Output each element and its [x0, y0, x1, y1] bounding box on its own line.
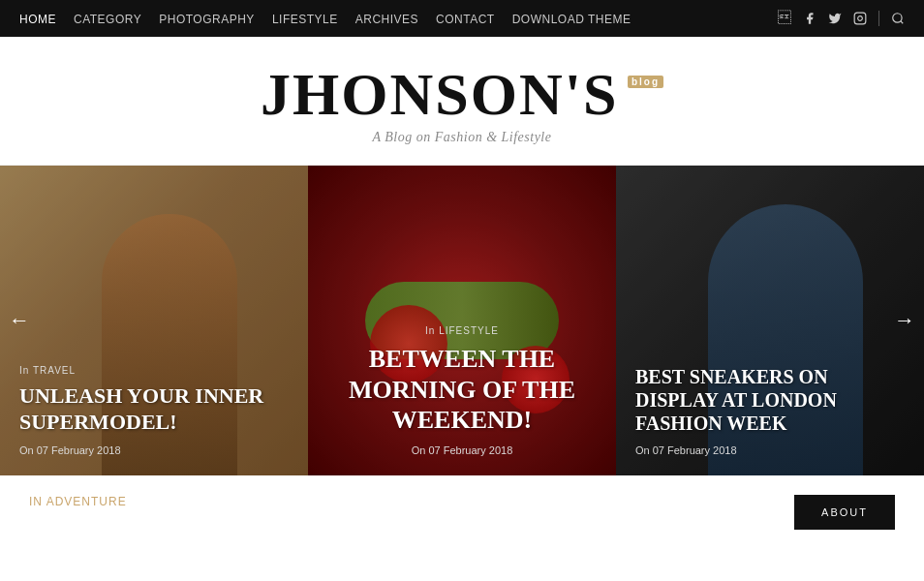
nav-archives[interactable]: ARCHIVES: [355, 13, 418, 26]
svg-rect-0: [854, 13, 866, 24]
slide-1-title: UNLEASH YOUR INNER SUPERMODEL!: [19, 383, 289, 435]
blog-badge: blog: [628, 76, 663, 88]
nav-divider: [878, 11, 879, 26]
nav-category[interactable]: CATEGORY: [74, 13, 141, 26]
instagram-icon[interactable]: [853, 12, 867, 25]
slide-3[interactable]: BEST SNEAKERS ON DISPLAY AT LONDON FASHI…: [616, 166, 924, 475]
slide-1-date: On 07 February 2018: [19, 444, 289, 456]
slide-2-title: BETWEEN THE MORNING OF THE WEEKEND!: [327, 344, 597, 435]
site-header: JHONSON'S blog A Blog on Fashion & Lifes…: [0, 37, 924, 166]
main-nav: HOME CATEGORY PHOTOGRAPHY LIFESTYLE ARCH…: [0, 0, 924, 37]
bottom-section: In ADVENTURE ABOUT: [0, 475, 924, 549]
title-text: JHONSON'S blog: [261, 61, 663, 127]
slide-2-content: In LIFESTYLE BETWEEN THE MORNING OF THE …: [327, 325, 597, 456]
nav-download-theme[interactable]: DOWNLOAD THEME: [512, 13, 631, 26]
nav-contact[interactable]: CONTACT: [436, 13, 495, 26]
featured-slider: ← In TRAVEL UNLEASH YOUR INNER SUPERMODE…: [0, 166, 924, 475]
search-icon[interactable]: [891, 12, 905, 25]
facebook-icon[interactable]: [803, 12, 816, 25]
about-button[interactable]: ABOUT: [794, 495, 895, 530]
facebook-icon[interactable]: : [778, 11, 791, 26]
slide-3-content: BEST SNEAKERS ON DISPLAY AT LONDON FASHI…: [635, 365, 905, 456]
slide-3-title: BEST SNEAKERS ON DISPLAY AT LONDON FASHI…: [635, 365, 905, 435]
next-arrow[interactable]: →: [889, 303, 920, 338]
slide-2-category: In LIFESTYLE: [327, 325, 597, 336]
slide-2[interactable]: In LIFESTYLE BETWEEN THE MORNING OF THE …: [308, 166, 616, 475]
nav-links: HOME CATEGORY PHOTOGRAPHY LIFESTYLE ARCH…: [19, 10, 631, 27]
nav-photography[interactable]: PHOTOGRAPHY: [159, 13, 255, 26]
nav-home[interactable]: HOME: [19, 13, 56, 26]
prev-arrow[interactable]: ←: [4, 303, 35, 338]
svg-line-3: [901, 21, 904, 24]
svg-point-2: [893, 14, 902, 22]
site-title: JHONSON'S blog: [261, 64, 663, 124]
bottom-category: In ADVENTURE: [29, 495, 127, 508]
slide-1-category: In TRAVEL: [19, 365, 289, 376]
nav-right: : [778, 11, 905, 26]
twitter-icon[interactable]: [828, 12, 842, 25]
slide-1-content: In TRAVEL UNLEASH YOUR INNER SUPERMODEL!…: [19, 365, 289, 456]
nav-lifestyle[interactable]: LIFESTYLE: [272, 13, 338, 26]
slide-3-date: On 07 February 2018: [635, 444, 905, 456]
site-tagline: A Blog on Fashion & Lifestyle: [0, 130, 924, 145]
slide-1[interactable]: In TRAVEL UNLEASH YOUR INNER SUPERMODEL!…: [0, 166, 308, 475]
slide-2-date: On 07 February 2018: [327, 444, 597, 456]
